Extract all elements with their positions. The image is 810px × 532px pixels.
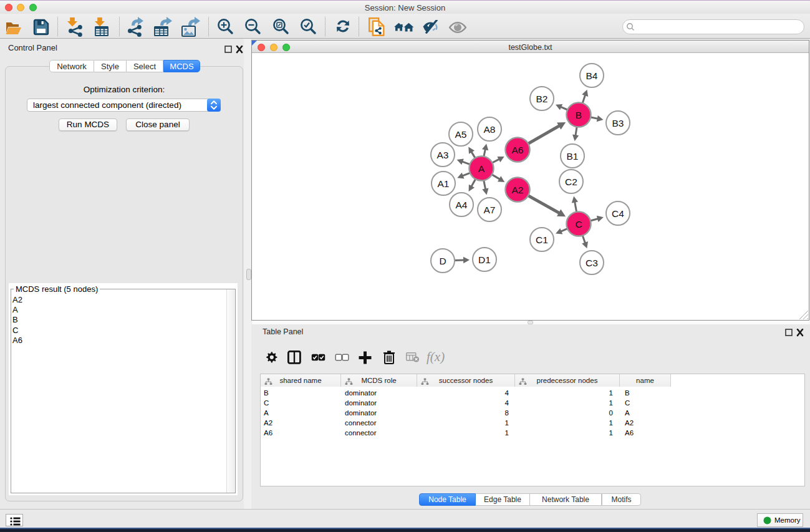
svg-text:B3: B3 xyxy=(612,118,624,128)
svg-text:D1: D1 xyxy=(478,254,491,265)
svg-text:A2: A2 xyxy=(512,185,524,195)
svg-text:A5: A5 xyxy=(455,129,467,140)
svg-text:C4: C4 xyxy=(612,208,624,219)
svg-text:A7: A7 xyxy=(484,205,496,215)
svg-text:C3: C3 xyxy=(586,258,598,268)
svg-text:A: A xyxy=(478,163,485,174)
svg-text:B1: B1 xyxy=(567,151,579,162)
svg-text:D: D xyxy=(439,256,446,266)
svg-text:A6: A6 xyxy=(512,145,524,155)
svg-text:C2: C2 xyxy=(565,177,577,187)
svg-text:B: B xyxy=(576,110,582,120)
svg-text:C: C xyxy=(575,219,582,230)
svg-text:B4: B4 xyxy=(586,70,598,81)
svg-text:B2: B2 xyxy=(536,94,548,104)
svg-text:C1: C1 xyxy=(536,235,548,245)
svg-text:A1: A1 xyxy=(438,178,450,189)
svg-text:A8: A8 xyxy=(484,124,496,135)
svg-text:A4: A4 xyxy=(456,200,468,210)
svg-text:A3: A3 xyxy=(437,150,449,160)
